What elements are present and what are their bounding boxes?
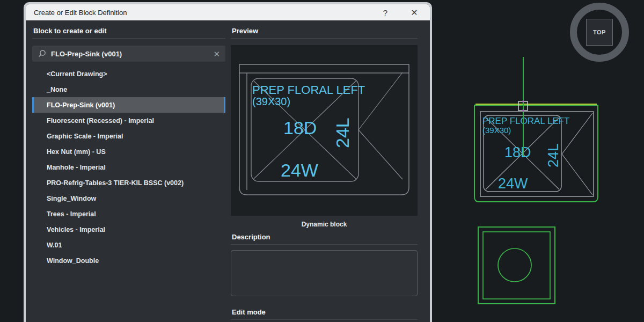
osnap-dot <box>522 109 524 112</box>
block-size-text: (39X30) <box>252 96 290 107</box>
length-label: 24L <box>332 118 353 148</box>
block-preview-drawing: PREP FLORAL LEFT (39X30) 18D 24L 24W <box>231 45 418 216</box>
block-list-item[interactable]: W.01 <box>32 237 225 253</box>
preview-header: Preview <box>231 20 418 39</box>
block-list-item[interactable]: <Current Drawing> <box>32 66 225 82</box>
block-list-item[interactable]: Manhole - Imperial <box>32 159 225 175</box>
crosshair-cursor <box>518 57 528 156</box>
osnap-dot <box>522 100 524 103</box>
dialog-title: Create or Edit Block Definition <box>34 9 127 17</box>
help-button[interactable]: ? <box>377 4 393 20</box>
block-list-item[interactable]: Vehicles - Imperial <box>32 222 225 237</box>
block-list-item[interactable]: Fluorescent (Recessed) - Imperial <box>32 113 225 128</box>
width-label: 24W <box>281 160 318 180</box>
drainboard-diagonal <box>358 130 402 179</box>
sink-block-geometry[interactable]: PREP FLORAL LEFT (39X30) 18D 24L 24W <box>474 104 598 202</box>
depth-label: 18D <box>504 144 531 160</box>
outer-square[interactable] <box>478 227 555 304</box>
circle-entity[interactable] <box>498 248 531 282</box>
viewcube[interactable]: TOP <box>570 3 629 62</box>
close-button[interactable]: ✕ <box>406 4 422 20</box>
search-value: FLO-Prep-Sink (v001) <box>51 50 213 58</box>
description-input[interactable] <box>231 250 418 296</box>
block-list-item[interactable]: Single_Window <box>32 191 225 206</box>
block-list-item[interactable]: Window_Double <box>32 253 225 268</box>
block-list-item[interactable]: Graphic Scale - Imperial <box>32 128 225 144</box>
block-list-panel: Block to create or edit FLO-Prep-Sink (v… <box>32 20 225 268</box>
square-circle-block-geometry[interactable] <box>478 227 555 304</box>
block-list-item[interactable]: Hex Nut (mm) - US <box>32 144 225 159</box>
drainboard-diagonal <box>562 154 592 195</box>
width-label: 24W <box>498 175 528 192</box>
length-label: 24L <box>545 143 561 167</box>
preview-panel: Preview PREP FLORAL LEFT (39X30) 18D 24L… <box>231 20 418 320</box>
search-icon <box>38 49 46 58</box>
block-list-item[interactable]: _None <box>32 82 225 97</box>
block-list-item[interactable]: Trees - Imperial <box>32 206 225 222</box>
search-input[interactable]: FLO-Prep-Sink (v001) ✕ <box>32 46 225 62</box>
description-header: Description <box>231 228 418 245</box>
block-title-text: PREP FLORAL LEFT <box>252 83 365 97</box>
block-definition-dialog: Create or Edit Block Definition ? ✕ Bloc… <box>24 2 432 322</box>
clear-search-icon[interactable]: ✕ <box>213 50 220 58</box>
dialog-titlebar[interactable]: Create or Edit Block Definition ? ✕ <box>26 4 430 20</box>
block-list: <Current Drawing> _None FLO-Prep-Sink (v… <box>32 66 225 268</box>
edit-mode-header: Edit mode <box>231 298 418 320</box>
block-list-item[interactable]: PRO-Refrig-Tables-3 TIER-KIL BSSC (v002) <box>32 175 225 191</box>
block-list-item-selected[interactable]: FLO-Prep-Sink (v001) <box>32 97 225 113</box>
dynamic-block-caption: Dynamic block <box>231 221 418 228</box>
viewcube-top-face[interactable]: TOP <box>586 19 613 46</box>
block-title-text: PREP FLORAL LEFT <box>482 116 570 126</box>
block-list-header: Block to create or edit <box>32 20 225 39</box>
block-size-text: (39X30) <box>482 126 511 135</box>
block-preview: PREP FLORAL LEFT (39X30) 18D 24L 24W <box>231 45 418 216</box>
inner-square[interactable] <box>483 232 550 299</box>
depth-label: 18D <box>283 118 317 138</box>
drainboard-diagonal <box>358 72 402 130</box>
